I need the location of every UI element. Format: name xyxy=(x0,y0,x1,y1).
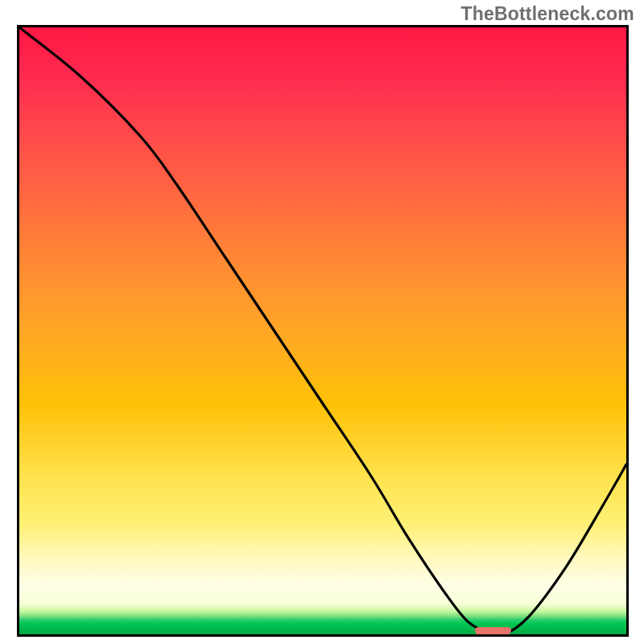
bottleneck-curve xyxy=(19,27,626,634)
watermark-label: TheBottleneck.com xyxy=(460,3,634,25)
optimal-range-marker xyxy=(475,627,511,635)
bottleneck-plot xyxy=(17,25,629,637)
